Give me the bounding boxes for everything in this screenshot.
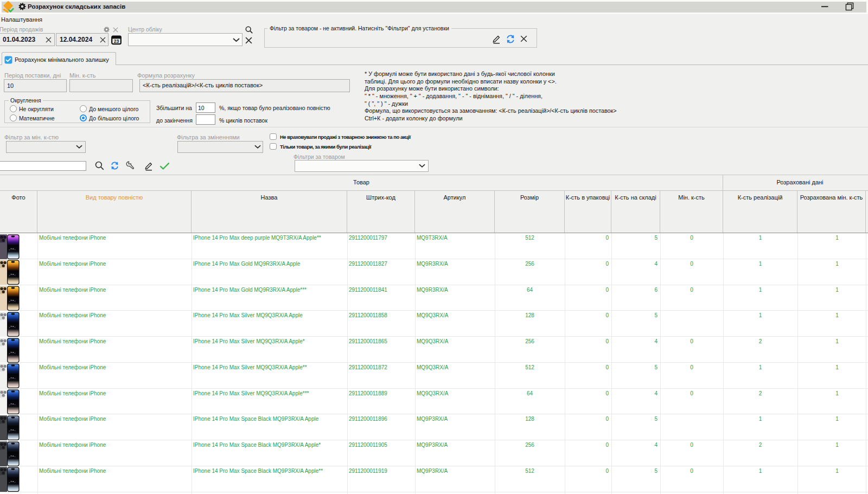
svg-text:23: 23	[114, 39, 119, 44]
